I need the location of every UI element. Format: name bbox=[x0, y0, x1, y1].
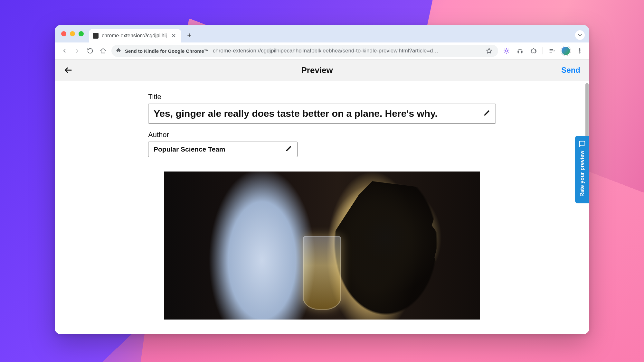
svg-marker-0 bbox=[487, 48, 492, 53]
tab-close-button[interactable]: ✕ bbox=[170, 32, 177, 40]
extension-icon bbox=[116, 48, 121, 54]
address-bar[interactable]: Send to Kindle for Google Chrome™ chrome… bbox=[111, 45, 498, 57]
feedback-icon bbox=[579, 140, 586, 147]
extension-pinned-icon-1[interactable] bbox=[502, 46, 511, 55]
preview-header: Preview Send bbox=[55, 60, 589, 81]
window-zoom-button[interactable] bbox=[79, 31, 84, 36]
preview-header-title: Preview bbox=[73, 65, 561, 75]
preview-back-button[interactable] bbox=[64, 66, 73, 75]
article-hero-image bbox=[164, 172, 480, 320]
author-label: Author bbox=[148, 131, 496, 139]
browser-toolbar: Send to Kindle for Google Chrome™ chrome… bbox=[55, 42, 589, 60]
svg-marker-2 bbox=[554, 50, 555, 52]
window-close-button[interactable] bbox=[61, 31, 66, 36]
nav-reload-button[interactable] bbox=[86, 46, 95, 55]
svg-point-3 bbox=[579, 49, 580, 50]
title-input[interactable]: Yes, ginger ale really does taste better… bbox=[148, 104, 496, 124]
nav-forward-button[interactable] bbox=[73, 46, 82, 55]
tab-title: chrome-extension://cgdjpilhij bbox=[102, 33, 167, 39]
bookmark-star-button[interactable] bbox=[485, 46, 494, 55]
profile-avatar-button[interactable] bbox=[561, 46, 571, 56]
window-controls bbox=[59, 25, 86, 42]
feedback-label: Rate your preview bbox=[579, 151, 585, 197]
svg-point-5 bbox=[579, 52, 580, 53]
author-input[interactable]: Popular Science Team bbox=[148, 142, 298, 157]
article-form: Title Yes, ginger ale really does taste … bbox=[148, 81, 496, 334]
article-divider bbox=[148, 163, 496, 163]
new-tab-button[interactable]: ＋ bbox=[184, 30, 195, 41]
author-input-value: Popular Science Team bbox=[154, 145, 281, 153]
preview-content: Title Yes, ginger ale really does taste … bbox=[55, 81, 589, 334]
address-bar-url: chrome-extension://cgdjpilhipecahhcilnaf… bbox=[213, 48, 479, 54]
extension-name-chip: Send to Kindle for Google Chrome™ bbox=[125, 48, 209, 54]
tab-favicon bbox=[93, 33, 99, 39]
extension-pinned-icon-2[interactable] bbox=[516, 46, 525, 55]
hero-silhouette bbox=[332, 181, 467, 320]
toolbar-right-icons bbox=[502, 46, 584, 56]
window-minimize-button[interactable] bbox=[70, 31, 75, 36]
preview-send-button[interactable]: Send bbox=[561, 66, 580, 75]
svg-point-1 bbox=[506, 50, 508, 52]
chrome-menu-button[interactable] bbox=[575, 46, 584, 55]
nav-home-button[interactable] bbox=[99, 46, 108, 55]
toolbar-divider bbox=[543, 47, 543, 54]
svg-point-4 bbox=[579, 50, 580, 51]
browser-tabstrip: chrome-extension://cgdjpilhij ✕ ＋ bbox=[55, 25, 589, 42]
browser-window: chrome-extension://cgdjpilhij ✕ ＋ Send t… bbox=[55, 25, 589, 334]
edit-title-icon[interactable] bbox=[483, 109, 490, 118]
browser-tab[interactable]: chrome-extension://cgdjpilhij ✕ bbox=[89, 29, 181, 42]
nav-back-button[interactable] bbox=[60, 46, 69, 55]
edit-author-icon[interactable] bbox=[285, 145, 292, 153]
extensions-button[interactable] bbox=[529, 46, 538, 55]
tabs-dropdown-button[interactable] bbox=[575, 30, 585, 40]
title-label: Title bbox=[148, 93, 496, 101]
media-control-button[interactable] bbox=[547, 46, 556, 55]
feedback-tab[interactable]: Rate your preview bbox=[575, 136, 589, 203]
title-input-value: Yes, ginger ale really does taste better… bbox=[154, 108, 479, 119]
